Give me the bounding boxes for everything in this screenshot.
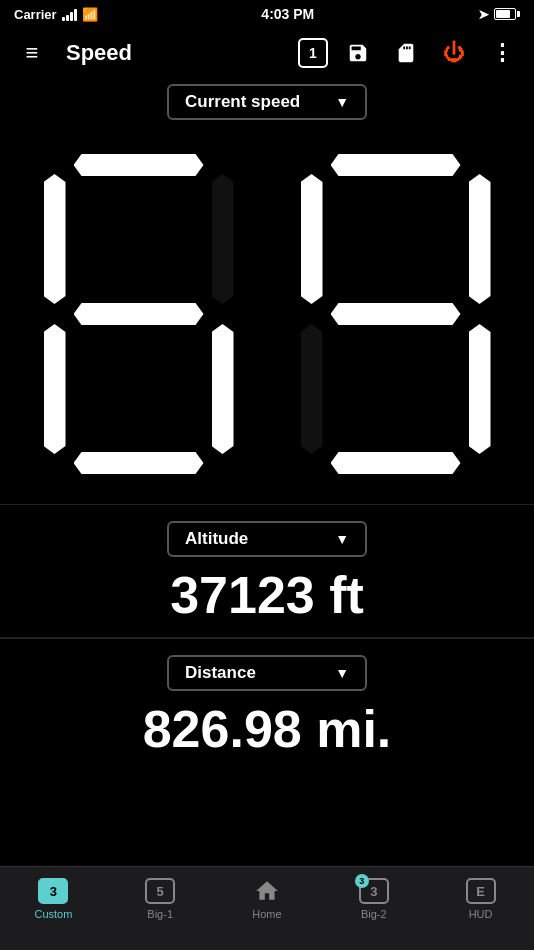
seg-6-tl [44,174,66,304]
save-button[interactable] [340,35,376,71]
wifi-icon: 📶 [82,7,98,22]
tab-big2-number: 3 [370,884,377,899]
status-left: Carrier 📶 [14,7,98,22]
nav-icon-1-label: 1 [309,45,317,61]
speed-dropdown[interactable]: Current speed ▼ [167,84,367,120]
sd-card-icon [395,42,417,64]
speed-display [0,124,534,504]
signal-bars [62,8,77,21]
tab-home-label: Home [252,908,281,920]
tab-big1-icon: 5 [144,877,176,905]
digit-9-wrapper [277,154,514,474]
tab-big2-label: Big-2 [361,908,387,920]
battery [494,8,520,20]
altitude-dropdown-label: Altitude [185,529,248,549]
seg-9-br [469,324,491,454]
status-bar: Carrier 📶 4:03 PM ➤ [0,0,534,28]
page-title: Speed [66,40,286,66]
bar3 [70,12,73,21]
carrier-label: Carrier [14,7,57,22]
tab-big1-box: 5 [145,878,175,904]
navigation-icon: ➤ [478,7,489,22]
distance-dropdown-label: Distance [185,663,256,683]
distance-section: Distance ▼ 826.98 mi. [0,638,534,771]
home-icon [253,878,281,904]
seg-6-tr [212,174,234,304]
digit-9 [301,154,491,474]
tab-hud-box: E [466,878,496,904]
distance-dropdown-container: Distance ▼ [0,649,534,695]
speed-dropdown-arrow: ▼ [335,94,349,110]
tab-hud-letter: E [476,884,485,899]
hamburger-menu-button[interactable]: ≡ [14,35,50,71]
tab-hud-icon: E [465,877,497,905]
tab-custom[interactable]: 3 Custom [0,875,107,920]
tab-bar: 3 Custom 5 Big-1 Home 3 3 Big-2 [0,866,534,950]
bar4 [74,9,77,21]
tab-big2-badge: 3 [355,874,369,888]
battery-fill [496,10,510,18]
seg-6-mid [74,303,204,325]
tab-big1[interactable]: 5 Big-1 [107,875,214,920]
status-right: ➤ [478,7,520,22]
tab-hud[interactable]: E HUD [427,875,534,920]
battery-tip [517,11,520,17]
seg-6-bl [44,324,66,454]
top-nav: ≡ Speed 1 ⏻ ⋮ [0,28,534,78]
tab-home-icon-container [251,877,283,905]
seg-9-mid [331,303,461,325]
speed-dropdown-label: Current speed [185,92,300,112]
tab-big1-label: Big-1 [147,908,173,920]
tab-custom-label: Custom [34,908,72,920]
seg-6-bot [74,452,204,474]
power-button[interactable]: ⏻ [436,35,472,71]
nav-icon-1-button[interactable]: 1 [298,38,328,68]
bar2 [66,15,69,21]
tab-big2[interactable]: 3 3 Big-2 [320,875,427,920]
seg-9-top [331,154,461,176]
seg-6-br [212,324,234,454]
seg-9-tl [301,174,323,304]
digit-6 [44,154,234,474]
tab-big2-icon: 3 3 [358,877,390,905]
seg-6-top [74,154,204,176]
digit-6-wrapper [20,154,257,474]
bar1 [62,17,65,21]
altitude-section: Altitude ▼ 37123 ft [0,504,534,637]
tab-hud-label: HUD [469,908,493,920]
speed-dropdown-container: Current speed ▼ [0,78,534,124]
battery-body [494,8,516,20]
tab-big2-box: 3 3 [359,878,389,904]
altitude-dropdown-arrow: ▼ [335,531,349,547]
seg-9-bot [331,452,461,474]
distance-dropdown-arrow: ▼ [335,665,349,681]
tab-big1-number: 5 [157,884,164,899]
distance-value: 826.98 mi. [0,695,534,767]
altitude-dropdown-container: Altitude ▼ [0,515,534,561]
save-icon [347,42,369,64]
sd-card-button[interactable] [388,35,424,71]
altitude-value: 37123 ft [0,561,534,633]
distance-dropdown[interactable]: Distance ▼ [167,655,367,691]
altitude-dropdown[interactable]: Altitude ▼ [167,521,367,557]
tab-custom-box: 3 [38,878,68,904]
tab-custom-number: 3 [50,884,57,899]
more-options-button[interactable]: ⋮ [484,35,520,71]
tab-custom-icon: 3 [37,877,69,905]
status-time: 4:03 PM [261,6,314,22]
seg-9-bl [301,324,323,454]
tab-home[interactable]: Home [214,875,321,920]
seg-9-tr [469,174,491,304]
